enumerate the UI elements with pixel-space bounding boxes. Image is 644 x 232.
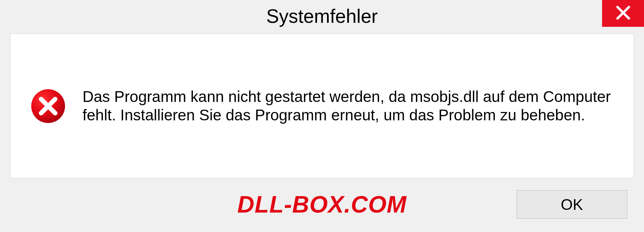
titlebar: Systemfehler (0, 0, 644, 32)
close-icon (615, 4, 632, 22)
dialog-footer: DLL-BOX.COM OK (0, 185, 644, 232)
watermark-text: DLL-BOX.COM (237, 191, 407, 218)
content-panel: Das Programm kann nicht gestartet werden… (10, 34, 634, 178)
error-dialog: Systemfehler (0, 0, 644, 232)
error-message: Das Programm kann nicht gestartet werden… (83, 88, 613, 124)
ok-button[interactable]: OK (517, 190, 627, 219)
dialog-title: Systemfehler (266, 5, 378, 27)
error-icon (31, 89, 66, 124)
close-button[interactable] (602, 0, 644, 27)
